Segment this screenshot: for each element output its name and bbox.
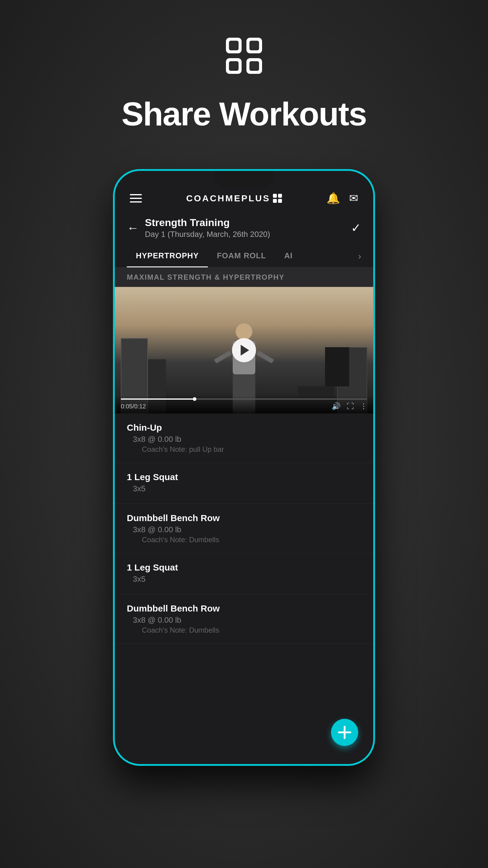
play-button[interactable]	[232, 338, 256, 362]
exercise-note-1: Coach's Note: pull Up bar	[142, 445, 361, 454]
app-logo-nav	[272, 193, 282, 203]
back-button[interactable]: ←	[127, 221, 139, 235]
exercise-detail-3: 3x8 @ 0.00 lb	[133, 525, 361, 534]
exercise-detail-1: 3x8 @ 0.00 lb	[133, 435, 361, 444]
exercise-note-3: Coach's Note: Dumbells	[142, 535, 361, 544]
hamburger-menu[interactable]	[130, 194, 142, 203]
tabs-arrow-right[interactable]: ›	[358, 251, 361, 261]
exercise-item-1: Chin-Up 3x8 @ 0.00 lb Coach's Note: pull…	[115, 413, 373, 463]
exercise-name-4: 1 Leg Squat	[127, 562, 361, 572]
weights-right	[325, 347, 349, 386]
workout-title: Strength Training	[145, 217, 351, 228]
tabs-bar: HYPERTROPHY FOAM ROLL AI ›	[115, 245, 373, 268]
tab-ai-label: AI	[284, 251, 293, 260]
workout-date: Day 1 (Thursday, March, 26th 2020)	[145, 230, 351, 239]
video-time: 0:05/0:12	[121, 403, 146, 410]
svg-rect-10	[273, 199, 277, 203]
video-controls: 0:05/0:12 🔊 ⛶ ⋮	[115, 396, 373, 413]
progress-fill	[121, 398, 195, 400]
exercise-name-3: Dumbbell Bench Row	[127, 513, 361, 523]
svg-rect-9	[278, 194, 282, 198]
video-time-controls: 0:05/0:12 🔊 ⛶ ⋮	[121, 402, 367, 410]
exercise-item-5: Dumbbell Bench Row 3x8 @ 0.00 lb Coach's…	[115, 594, 373, 644]
video-ctrl-icons: 🔊 ⛶ ⋮	[332, 402, 367, 410]
svg-rect-11	[278, 199, 282, 203]
svg-rect-8	[273, 194, 277, 198]
workout-header: ← Strength Training Day 1 (Thursday, Mar…	[115, 211, 373, 245]
tab-foam-roll-label: FOAM ROLL	[217, 251, 266, 260]
exercise-list: Chin-Up 3x8 @ 0.00 lb Coach's Note: pull…	[115, 413, 373, 644]
svg-rect-4	[229, 41, 238, 50]
svg-rect-5	[250, 41, 259, 50]
bell-icon[interactable]: 🔔	[327, 192, 340, 205]
mail-icon[interactable]: ✉	[349, 192, 358, 205]
app-logo	[224, 36, 264, 75]
svg-rect-7	[250, 61, 259, 71]
svg-rect-6	[229, 61, 238, 71]
app-name-label: COACHMEPLUS	[186, 193, 282, 204]
time-current: 0:05	[121, 403, 133, 410]
section-label: MAXIMAL STRENGTH & HYPERTROPHY	[115, 268, 373, 287]
app-name-text: COACHMEPLUS	[186, 193, 270, 204]
logo-container	[224, 36, 264, 76]
exercise-detail-2: 3x5	[133, 484, 361, 493]
person-head	[236, 323, 253, 340]
volume-icon[interactable]: 🔊	[332, 402, 341, 410]
video-player[interactable]: 0:05/0:12 🔊 ⛶ ⋮	[115, 287, 373, 413]
tab-ai[interactable]: AI	[275, 245, 301, 267]
nav-icons: 🔔 ✉	[327, 192, 358, 205]
fullscreen-icon[interactable]: ⛶	[347, 402, 354, 410]
exercise-item-2: 1 Leg Squat 3x5	[115, 463, 373, 504]
exercise-name-5: Dumbbell Bench Row	[127, 603, 361, 614]
tab-foam-roll[interactable]: FOAM ROLL	[208, 245, 275, 267]
complete-icon[interactable]: ✓	[351, 221, 361, 235]
workout-info: Strength Training Day 1 (Thursday, March…	[145, 217, 351, 239]
page-wrapper: Share Workouts COACHMEPLUS	[0, 0, 488, 766]
exercise-name-2: 1 Leg Squat	[127, 472, 361, 482]
exercise-name-1: Chin-Up	[127, 423, 361, 433]
exercise-note-5: Coach's Note: Dumbells	[142, 626, 361, 634]
exercise-detail-5: 3x8 @ 0.00 lb	[133, 615, 361, 625]
progress-bar[interactable]	[121, 398, 367, 400]
notch	[214, 171, 274, 187]
add-fab-button[interactable]	[331, 719, 358, 746]
time-total: 0:12	[134, 403, 146, 410]
tab-hypertrophy-label: HYPERTROPHY	[136, 251, 199, 260]
exercise-item-3: Dumbbell Bench Row 3x8 @ 0.00 lb Coach's…	[115, 504, 373, 553]
page-title: Share Workouts	[121, 95, 367, 133]
phone-frame: COACHMEPLUS 🔔 ✉ ← Strength T	[113, 169, 375, 766]
exercise-item-4: 1 Leg Squat 3x5	[115, 553, 373, 594]
tab-hypertrophy[interactable]: HYPERTROPHY	[127, 245, 208, 267]
exercise-detail-4: 3x5	[133, 575, 361, 584]
phone-screen: COACHMEPLUS 🔔 ✉ ← Strength T	[115, 171, 373, 764]
more-options-icon[interactable]: ⋮	[360, 402, 367, 410]
